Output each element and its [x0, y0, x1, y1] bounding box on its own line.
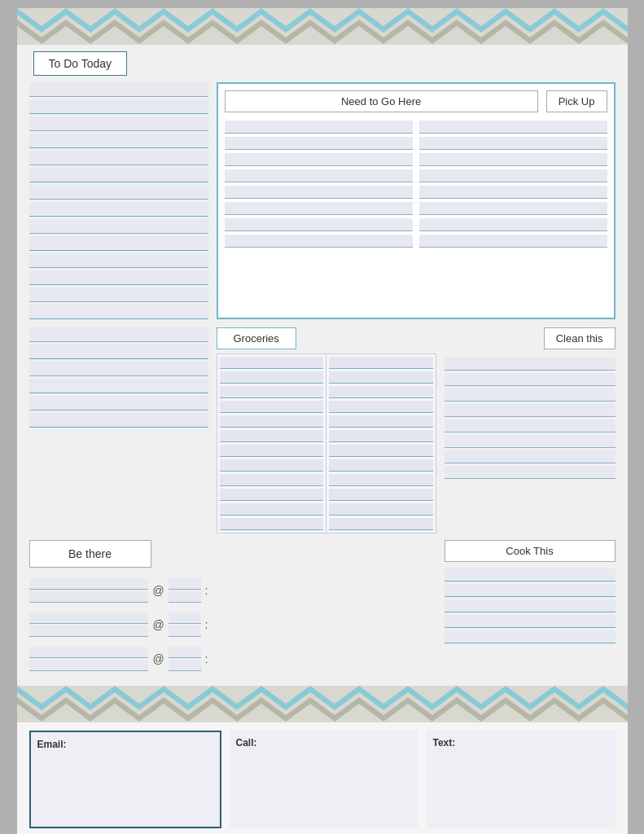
go-line-2[interactable] [225, 137, 413, 150]
mid-line-3[interactable] [29, 362, 208, 376]
todo-line-10[interactable] [29, 236, 208, 251]
g-line-7[interactable] [220, 445, 324, 457]
pickup-line-4[interactable] [419, 169, 607, 182]
todo-line-13[interactable] [29, 288, 208, 302]
g-line-r2[interactable] [329, 371, 433, 384]
g-line-1[interactable] [220, 357, 324, 369]
go-line-6[interactable] [225, 202, 413, 215]
g-line-11[interactable] [220, 503, 324, 516]
call-label: Call: [236, 737, 412, 748]
clean-header: Clean this [445, 327, 616, 349]
todo-line-14[interactable] [29, 305, 208, 319]
pickup-line-2[interactable] [419, 137, 607, 150]
pickup-line-3[interactable] [419, 153, 607, 166]
at-symbol-2: @ [152, 618, 164, 631]
cook-line-2[interactable] [445, 584, 616, 597]
colon-1: : [205, 584, 208, 597]
time-line-1b[interactable] [169, 591, 201, 603]
at-lines-3 [29, 647, 149, 671]
g-line-r10[interactable] [329, 489, 433, 501]
todo-line-4[interactable] [29, 134, 208, 148]
cook-line-3[interactable] [445, 599, 616, 612]
clean-line-5[interactable] [445, 419, 616, 432]
at-line-2b[interactable] [29, 626, 149, 637]
errands-box: Need to Go Here Pick Up [217, 82, 616, 319]
clean-line-2[interactable] [445, 373, 616, 386]
todo-line-5[interactable] [29, 151, 208, 165]
g-line-r9[interactable] [329, 474, 433, 486]
g-line-r6[interactable] [329, 430, 433, 442]
g-line-5[interactable] [220, 415, 324, 428]
todo-line-8[interactable] [29, 202, 208, 217]
mid-line-6[interactable] [29, 413, 208, 428]
time-line-3a[interactable] [169, 647, 201, 658]
todo-line-1[interactable] [29, 82, 208, 97]
pickup-line-8[interactable] [419, 235, 607, 248]
clean-line-1[interactable] [445, 358, 616, 371]
clean-line-4[interactable] [445, 404, 616, 417]
clean-lines [445, 358, 616, 479]
bottom-todo-section: Be there @ : [29, 540, 616, 671]
g-line-6[interactable] [220, 430, 324, 442]
main-content: To Do Today [17, 45, 628, 686]
g-line-r11[interactable] [329, 503, 433, 516]
pickup-line-7[interactable] [419, 218, 607, 231]
at-line-3a[interactable] [29, 647, 149, 658]
clean-line-8[interactable] [445, 466, 616, 479]
g-line-9[interactable] [220, 474, 324, 486]
pickup-line-5[interactable] [419, 186, 607, 199]
g-line-10[interactable] [220, 489, 324, 501]
go-line-4[interactable] [225, 169, 413, 182]
g-line-r3[interactable] [329, 386, 433, 398]
groceries-grid [217, 353, 436, 533]
g-line-r12[interactable] [329, 518, 433, 530]
pickup-line-1[interactable] [419, 121, 607, 134]
at-line-1a[interactable] [29, 578, 149, 590]
time-line-3b[interactable] [169, 660, 201, 671]
at-line-2a[interactable] [29, 612, 149, 624]
g-line-4[interactable] [220, 401, 324, 413]
g-line-12[interactable] [220, 518, 324, 530]
clean-line-3[interactable] [445, 388, 616, 402]
todo-line-7[interactable] [29, 185, 208, 200]
time-line-1a[interactable] [169, 578, 201, 590]
g-line-r4[interactable] [329, 401, 433, 413]
g-line-r7[interactable] [329, 445, 433, 457]
g-line-3[interactable] [220, 386, 324, 398]
go-line-5[interactable] [225, 186, 413, 199]
todo-line-12[interactable] [29, 270, 208, 285]
g-line-r8[interactable] [329, 459, 433, 472]
cook-line-1[interactable] [445, 568, 616, 582]
top-chevron-border [17, 8, 628, 45]
todo-line-6[interactable] [29, 168, 208, 182]
mid-line-5[interactable] [29, 396, 208, 410]
g-line-r1[interactable] [329, 357, 433, 369]
todo-line-9[interactable] [29, 219, 208, 234]
go-line-1[interactable] [225, 121, 413, 134]
time-line-2b[interactable] [169, 626, 201, 637]
mid-line-1[interactable] [29, 327, 208, 342]
at-line-3b[interactable] [29, 660, 149, 671]
todo-line-2[interactable] [29, 99, 208, 114]
go-line-8[interactable] [225, 235, 413, 248]
at-line-1b[interactable] [29, 591, 149, 603]
mid-line-2[interactable] [29, 345, 208, 359]
clean-line-6[interactable] [445, 435, 616, 448]
go-line-7[interactable] [225, 218, 413, 231]
groceries-col-right [326, 354, 436, 533]
time-line-2a[interactable] [169, 612, 201, 624]
go-line-3[interactable] [225, 153, 413, 166]
todo-line-11[interactable] [29, 253, 208, 268]
clean-line-7[interactable] [445, 450, 616, 463]
todo-line-3[interactable] [29, 116, 208, 131]
g-line-r5[interactable] [329, 415, 433, 428]
g-line-2[interactable] [220, 371, 324, 384]
mid-line-4[interactable] [29, 379, 208, 393]
text-box: Text: [427, 731, 616, 828]
g-line-8[interactable] [220, 459, 324, 472]
cook-line-5[interactable] [445, 630, 616, 643]
cook-line-4[interactable] [445, 615, 616, 628]
be-there-section: Be there @ : [29, 540, 208, 671]
at-lines-1 [29, 578, 149, 603]
pickup-line-6[interactable] [419, 202, 607, 215]
